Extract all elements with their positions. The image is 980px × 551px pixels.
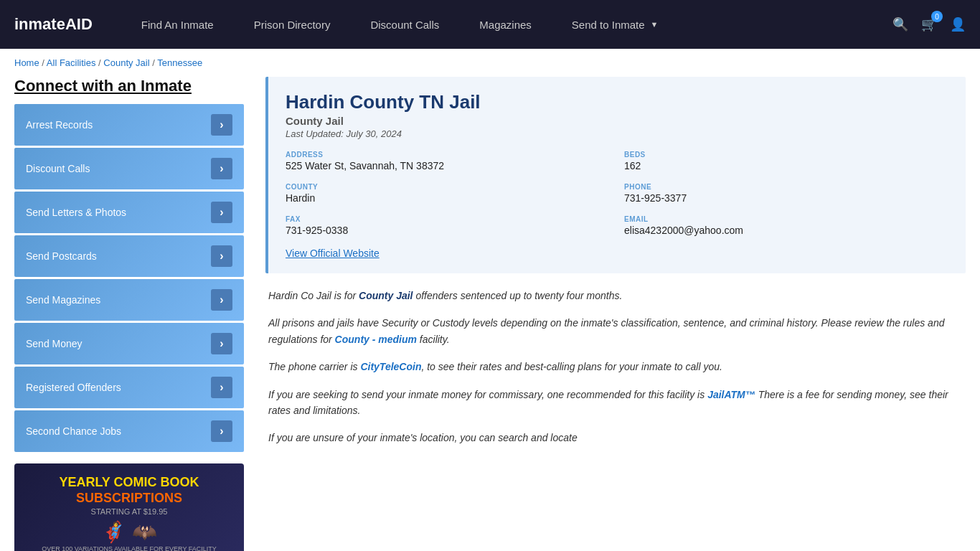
- main-content: Hardin County TN Jail County Jail Last U…: [265, 77, 966, 551]
- sidebar-arrow-icon: ›: [211, 245, 232, 267]
- address-label: ADDRESS: [286, 151, 610, 159]
- sidebar-item-label: Second Chance Jobs: [26, 425, 121, 437]
- nav-icons: 🔍 🛒 0 👤: [892, 17, 966, 32]
- main-layout: Connect with an Inmate Arrest Records › …: [0, 77, 980, 551]
- ad-title-text1: YEARLY COMIC BOOK: [59, 475, 199, 489]
- cart-badge-count: 0: [931, 11, 943, 22]
- desc-para-4: If you are seeking to send your inmate m…: [268, 387, 963, 419]
- desc-para-3: The phone carrier is CityTeleCoin, to se…: [268, 359, 963, 375]
- desc-para-1-highlight: County Jail: [359, 290, 413, 301]
- address-value: 525 Water St, Savannah, TN 38372: [286, 160, 610, 171]
- user-icon[interactable]: 👤: [950, 17, 966, 32]
- facility-info-grid: ADDRESS 525 Water St, Savannah, TN 38372…: [286, 151, 948, 236]
- fax-block: FAX 731-925-0338: [286, 215, 610, 236]
- desc-para-4-prefix: If you are seeking to send your inmate m…: [268, 389, 707, 400]
- address-block: ADDRESS 525 Water St, Savannah, TN 38372: [286, 151, 610, 171]
- sidebar-arrow-icon: ›: [211, 377, 232, 398]
- email-value: elisa4232000@yahoo.com: [624, 225, 948, 236]
- breadcrumb-state[interactable]: Tennessee: [157, 57, 202, 68]
- sidebar-item-send-magazines[interactable]: Send Magazines ›: [14, 279, 244, 321]
- sidebar-arrow-icon: ›: [211, 202, 232, 223]
- beds-block: BEDS 162: [624, 151, 948, 171]
- description-section: Hardin Co Jail is for County Jail offend…: [265, 288, 966, 446]
- beds-label: BEDS: [624, 151, 948, 159]
- sidebar-item-arrest-records[interactable]: Arrest Records ›: [14, 104, 244, 146]
- nav-prison-directory[interactable]: Prison Directory: [234, 0, 351, 49]
- facility-name: Hardin County TN Jail: [286, 91, 948, 113]
- fax-value: 731-925-0338: [286, 225, 610, 236]
- facility-card: Hardin County TN Jail County Jail Last U…: [265, 77, 966, 273]
- county-label: COUNTY: [286, 183, 610, 191]
- sidebar-item-send-money[interactable]: Send Money ›: [14, 323, 244, 364]
- sidebar-title: Connect with an Inmate: [14, 77, 244, 95]
- ad-price: STARTING AT $19.95: [91, 507, 168, 516]
- nav-find-inmate[interactable]: Find An Inmate: [121, 0, 234, 49]
- sidebar-item-second-chance-jobs[interactable]: Second Chance Jobs ›: [14, 410, 244, 452]
- ad-description: OVER 100 VARIATIONS AVAILABLE FOR EVERY …: [42, 545, 217, 551]
- email-block: EMAIL elisa4232000@yahoo.com: [624, 215, 948, 236]
- search-icon[interactable]: 🔍: [892, 17, 908, 32]
- county-block: COUNTY Hardin: [286, 183, 610, 204]
- nav-send-to-inmate[interactable]: Send to Inmate ▼: [552, 0, 679, 49]
- breadcrumb-county-jail[interactable]: County Jail: [103, 57, 149, 68]
- desc-para-1-prefix: Hardin Co Jail is for: [268, 290, 359, 301]
- desc-para-1-suffix: offenders sentenced up to twenty four mo…: [413, 290, 623, 301]
- breadcrumb: Home / All Facilities / County Jail / Te…: [0, 49, 980, 77]
- desc-para-3-prefix: The phone carrier is: [268, 361, 360, 372]
- sidebar-arrow-icon: ›: [211, 333, 232, 354]
- beds-value: 162: [624, 160, 948, 171]
- facility-updated: Last Updated: July 30, 2024: [286, 128, 948, 139]
- sidebar-item-label: Send Letters & Photos: [26, 207, 126, 218]
- sidebar-item-registered-offenders[interactable]: Registered Offenders ›: [14, 367, 244, 408]
- desc-para-5: If you are unsure of your inmate's locat…: [268, 430, 963, 446]
- ad-title-text2: SUBSCRIPTIONS: [76, 491, 182, 505]
- desc-para-3-suffix: , to see their rates and best-calling pl…: [421, 361, 722, 372]
- logo-inmate-text: inmate: [14, 15, 65, 33]
- ad-title-line1: YEARLY COMIC BOOK SUBSCRIPTIONS: [59, 475, 199, 506]
- email-label: EMAIL: [624, 215, 948, 223]
- nav-links: Find An Inmate Prison Directory Discount…: [121, 0, 892, 49]
- sidebar-item-label: Arrest Records: [26, 119, 93, 131]
- nav-discount-calls[interactable]: Discount Calls: [350, 0, 459, 49]
- sidebar-item-send-postcards[interactable]: Send Postcards ›: [14, 235, 244, 277]
- desc-para-4-highlight[interactable]: JailATM™: [707, 389, 755, 400]
- sidebar-item-label: Send Money: [26, 338, 83, 349]
- sidebar-ad[interactable]: YEARLY COMIC BOOK SUBSCRIPTIONS STARTING…: [14, 463, 244, 551]
- breadcrumb-home[interactable]: Home: [14, 57, 39, 68]
- sidebar-arrow-icon: ›: [211, 420, 232, 442]
- navbar: inmateAID Find An Inmate Prison Director…: [0, 0, 980, 49]
- cart-icon[interactable]: 🛒 0: [921, 17, 937, 32]
- sidebar-arrow-icon: ›: [211, 289, 232, 311]
- nav-send-label: Send to Inmate: [572, 19, 645, 31]
- phone-block: PHONE 731-925-3377: [624, 183, 948, 204]
- sidebar-item-label: Send Magazines: [26, 294, 100, 306]
- sidebar-arrow-icon: ›: [211, 114, 232, 136]
- phone-value: 731-925-3377: [624, 192, 948, 204]
- sidebar-item-label: Discount Calls: [26, 163, 90, 174]
- fax-label: FAX: [286, 215, 610, 223]
- sidebar-item-label: Registered Offenders: [26, 382, 121, 393]
- county-value: Hardin: [286, 192, 610, 204]
- facility-type: County Jail: [286, 115, 948, 127]
- sidebar-menu: Arrest Records › Discount Calls › Send L…: [14, 104, 244, 452]
- view-website[interactable]: View Official Website: [286, 248, 948, 259]
- desc-para-2: All prisons and jails have Security or C…: [268, 315, 963, 347]
- dropdown-arrow-icon: ▼: [651, 20, 659, 29]
- logo-aid-text: AID: [65, 15, 93, 33]
- breadcrumb-all-facilities[interactable]: All Facilities: [47, 57, 96, 68]
- ad-heroes: 🦸 🦇: [101, 520, 157, 544]
- view-website-link[interactable]: View Official Website: [286, 248, 380, 259]
- phone-label: PHONE: [624, 183, 948, 191]
- sidebar-arrow-icon: ›: [211, 158, 232, 179]
- sidebar-item-discount-calls[interactable]: Discount Calls ›: [14, 148, 244, 189]
- desc-para-3-highlight[interactable]: CityTeleCoin: [360, 361, 421, 372]
- desc-para-1: Hardin Co Jail is for County Jail offend…: [268, 288, 963, 303]
- sidebar-item-label: Send Postcards: [26, 250, 97, 262]
- desc-para-2-highlight[interactable]: County - medium: [335, 334, 417, 345]
- nav-magazines[interactable]: Magazines: [459, 0, 552, 49]
- desc-para-2-suffix: facility.: [417, 334, 450, 345]
- sidebar: Connect with an Inmate Arrest Records › …: [14, 77, 244, 551]
- logo[interactable]: inmateAID: [14, 15, 93, 34]
- sidebar-item-send-letters[interactable]: Send Letters & Photos ›: [14, 192, 244, 233]
